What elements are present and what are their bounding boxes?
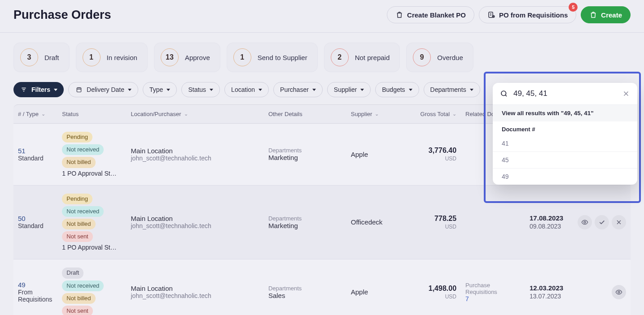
chevron-down-icon — [210, 89, 213, 91]
status-badge: Pending — [62, 132, 92, 142]
department-label: Departments — [268, 215, 342, 222]
search-all-results[interactable]: View all results with "49, 45, 41" — [493, 105, 637, 121]
filter-chip[interactable]: Supplier — [327, 82, 371, 97]
col-gross[interactable]: Gross Total⌄ — [411, 104, 461, 124]
stat-label: Not prepaid — [355, 54, 390, 61]
stat-count: 3 — [20, 48, 38, 66]
search-result-item[interactable]: 45 — [493, 152, 637, 168]
eye-icon — [615, 289, 622, 296]
chevron-down-icon — [166, 89, 170, 91]
filter-chip[interactable]: Location — [224, 82, 269, 97]
stat-card[interactable]: 3Draft — [13, 43, 70, 72]
purchaser-email: john_scott@technaholic.tech — [131, 292, 259, 299]
filter-chip[interactable]: Delivery Date — [68, 82, 138, 97]
related-doc-link[interactable]: 7 — [465, 295, 521, 302]
purchaser-email: john_scott@technaholic.tech — [131, 222, 259, 229]
bag-icon — [395, 11, 403, 19]
row-actions — [575, 285, 626, 299]
col-details: Other Details — [264, 104, 346, 124]
eye-icon — [581, 219, 588, 226]
button-label: PO from Requisitions — [499, 11, 568, 19]
department-label: Departments — [268, 147, 342, 154]
button-label: Create Blanket PO — [407, 11, 466, 19]
col-supplier[interactable]: Supplier⌄ — [346, 104, 411, 124]
filter-chip[interactable]: Purchaser — [273, 82, 323, 97]
chip-label: Location — [231, 86, 255, 93]
view-button[interactable] — [612, 285, 626, 299]
svg-point-5 — [501, 91, 506, 96]
date-primary: 12.03.2023 — [530, 284, 566, 292]
stat-label: Send to Supplier — [258, 54, 307, 61]
col-location[interactable]: Location/Purchaser⌄ — [127, 104, 264, 124]
notification-badge: 5 — [569, 3, 578, 12]
filter-chip[interactable]: Status — [181, 82, 220, 97]
view-button[interactable] — [578, 215, 592, 229]
supplier-name: Officedeck — [351, 218, 406, 226]
reject-button[interactable] — [612, 215, 626, 229]
po-number-link[interactable]: 51 — [18, 147, 53, 155]
chevron-down-icon — [470, 89, 473, 91]
gross-total: 1,498.00 — [415, 285, 456, 293]
filter-icon — [20, 86, 28, 94]
chip-label: Status — [188, 86, 206, 93]
chevron-down-icon — [128, 89, 131, 91]
create-blanket-po-button[interactable]: Create Blanket PO — [387, 6, 474, 23]
chevron-down-icon: ⌄ — [41, 111, 45, 117]
chip-label: Purchaser — [280, 86, 309, 93]
currency: USD — [415, 293, 456, 300]
status-badge: Not sent — [62, 306, 92, 315]
approve-button[interactable] — [595, 215, 609, 229]
po-number-link[interactable]: 50 — [18, 215, 53, 222]
po-number-link[interactable]: 49 — [18, 281, 53, 289]
svg-rect-2 — [77, 88, 81, 92]
button-label: Filters — [31, 86, 50, 93]
search-result-item[interactable]: 49 — [493, 168, 637, 185]
search-input-row — [493, 83, 637, 105]
po-type: From Requisitions — [18, 289, 53, 303]
approval-step-text: 1 PO Approval St… — [62, 170, 120, 177]
list-plus-icon — [487, 11, 495, 19]
stat-card[interactable]: 9Overdue — [406, 43, 473, 72]
svg-point-3 — [584, 221, 586, 223]
chevron-down-icon — [258, 89, 262, 91]
table-row: 50StandardPendingNot receivedNot billedN… — [13, 186, 631, 260]
table-row: 49From RequisitionsDraftNot receivedNot … — [13, 259, 631, 315]
page-title: Purchase Orders — [13, 8, 111, 22]
create-button[interactable]: Create — [581, 6, 631, 23]
close-icon[interactable] — [622, 90, 630, 98]
status-badge: Not billed — [62, 219, 95, 229]
filter-chip[interactable]: Type — [143, 82, 177, 97]
search-popup: View all results with "49, 45, 41" Docum… — [493, 83, 637, 185]
chevron-down-icon: ⌄ — [452, 111, 456, 117]
check-icon — [598, 219, 605, 226]
search-result-item[interactable]: 41 — [493, 135, 637, 152]
currency: USD — [415, 224, 456, 230]
stat-card[interactable]: 1Send to Supplier — [227, 43, 318, 72]
stat-count: 2 — [331, 48, 349, 66]
col-num-type[interactable]: # / Type⌄ — [13, 104, 57, 124]
stat-card[interactable]: 13Approve — [154, 43, 220, 72]
chip-label: Supplier — [334, 86, 357, 93]
search-input[interactable] — [513, 89, 617, 98]
status-badge: Not received — [62, 206, 104, 217]
filter-chip[interactable]: Budgets — [375, 82, 419, 97]
filters-button[interactable]: Filters — [13, 82, 64, 97]
status-badge: Not billed — [62, 293, 95, 304]
po-from-requisitions-button[interactable]: PO from Requisitions 5 — [479, 6, 576, 23]
department-value: Marketing — [268, 222, 342, 229]
date-secondary: 09.08.2023 — [530, 223, 566, 230]
stat-card[interactable]: 2Not prepaid — [324, 43, 400, 72]
chevron-down-icon: ⌄ — [375, 111, 379, 117]
chevron-down-icon — [312, 89, 316, 91]
location-name: Main Location — [131, 285, 259, 292]
stat-card[interactable]: 1In revision — [76, 43, 148, 72]
status-tags: DraftNot receivedNot billedNot sent — [62, 268, 122, 315]
stat-label: Draft — [44, 54, 59, 61]
department-value: Marketing — [268, 154, 342, 161]
status-tags: PendingNot receivedNot billedNot sent — [62, 194, 122, 242]
currency: USD — [415, 155, 456, 162]
department-label: Departments — [268, 285, 342, 292]
col-status: Status — [57, 104, 126, 124]
filter-chip[interactable]: Departments — [424, 82, 480, 97]
chevron-down-icon — [360, 89, 364, 91]
